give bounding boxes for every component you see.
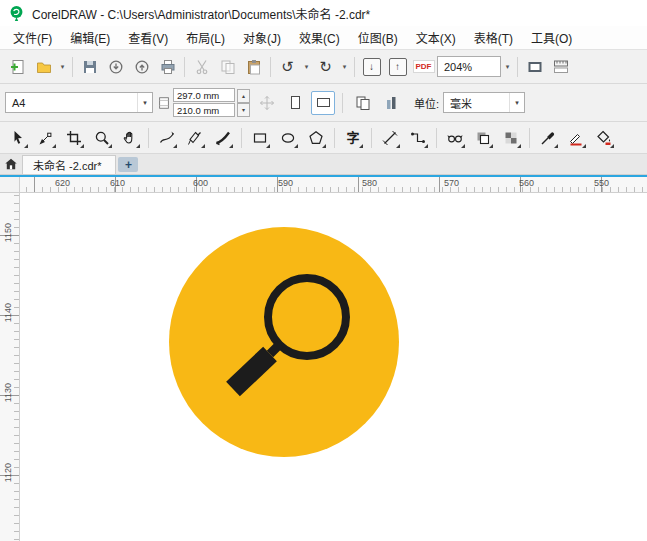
page-height-value: 210.0 mm xyxy=(177,105,219,116)
current-page-button[interactable] xyxy=(379,90,404,115)
menu-layout[interactable]: 布局(L) xyxy=(177,26,234,49)
pen-nib-icon xyxy=(187,130,203,146)
publish-pdf-button[interactable]: PDF xyxy=(411,54,436,79)
save-button[interactable] xyxy=(77,54,102,79)
zoom-level-value: 204% xyxy=(438,61,500,73)
fullscreen-preview-button[interactable] xyxy=(522,54,547,79)
landscape-button[interactable] xyxy=(311,91,335,115)
open-button[interactable] xyxy=(31,54,56,79)
menu-object[interactable]: 对象(J) xyxy=(234,26,290,49)
pan-tool[interactable] xyxy=(117,125,143,151)
export-button[interactable]: ↑ xyxy=(385,54,410,79)
show-rulers-button[interactable] xyxy=(548,54,573,79)
bezier-pen-tool[interactable] xyxy=(182,125,208,151)
units-combo[interactable]: 毫米 ▾ xyxy=(443,92,525,113)
units-combo-arrow[interactable]: ▾ xyxy=(509,93,524,112)
zoom-combo-arrow[interactable]: ▾ xyxy=(502,54,513,79)
stepper-down-button[interactable]: ▾ xyxy=(237,103,250,117)
drawing-canvas[interactable] xyxy=(20,193,647,541)
shape-tool[interactable] xyxy=(33,125,59,151)
menu-edit[interactable]: 编辑(E) xyxy=(61,26,119,49)
artistic-media-tool[interactable] xyxy=(210,125,236,151)
zoom-level-combo[interactable]: 204% xyxy=(437,56,501,77)
paste-button[interactable] xyxy=(241,54,266,79)
standard-toolbar: ▾ xyxy=(0,50,647,84)
all-pages-button[interactable] xyxy=(350,90,375,115)
portrait-button[interactable] xyxy=(283,91,307,115)
separator xyxy=(241,128,242,148)
zoom-tool[interactable] xyxy=(89,125,115,151)
cut-button[interactable] xyxy=(189,54,214,79)
welcome-home-button[interactable] xyxy=(0,154,22,174)
menu-tools[interactable]: 工具(O) xyxy=(522,26,581,49)
document-tab-label: 未命名 -2.cdr* xyxy=(33,157,101,173)
interactive-fill-tool[interactable] xyxy=(591,125,617,151)
title-bar[interactable]: CorelDRAW - C:\Users\Administrator\Docum… xyxy=(0,0,647,26)
show-rulers-icon xyxy=(553,59,569,75)
all-pages-icon xyxy=(355,95,371,111)
shadow-tool[interactable] xyxy=(470,125,496,151)
save-to-cloud-button[interactable] xyxy=(129,54,154,79)
units-value: 毫米 xyxy=(444,95,509,111)
open-from-cloud-icon xyxy=(108,59,124,75)
page-dimensions: 297.0 mm 210.0 mm ▴ ▾ xyxy=(157,88,250,117)
pick-tool[interactable] xyxy=(5,125,31,151)
cut-icon xyxy=(194,59,210,75)
landscape-icon xyxy=(317,98,330,107)
eyedropper-tool[interactable] xyxy=(535,125,561,151)
hruler-label: 570 xyxy=(444,178,459,188)
menu-effects[interactable]: 效果(C) xyxy=(290,26,349,49)
ellipse-tool[interactable] xyxy=(275,125,301,151)
freehand-tool[interactable] xyxy=(154,125,180,151)
toolbox: 字 xyxy=(0,122,647,154)
magnifier-search-graphic[interactable] xyxy=(169,227,399,457)
ellipse-icon xyxy=(280,130,296,146)
nudge-offset-button[interactable] xyxy=(254,90,279,115)
active-document-tab[interactable]: 未命名 -2.cdr* xyxy=(22,155,116,174)
undo-dropdown-arrow[interactable]: ▾ xyxy=(301,54,312,79)
menu-view[interactable]: 查看(V) xyxy=(119,26,177,49)
ruler-origin-corner[interactable] xyxy=(0,177,20,193)
page-size-combo-arrow[interactable]: ▾ xyxy=(137,93,152,112)
separator xyxy=(270,57,271,77)
export-icon: ↑ xyxy=(389,58,407,76)
open-from-cloud-button[interactable] xyxy=(103,54,128,79)
crop-tool[interactable] xyxy=(61,125,87,151)
undo-button[interactable]: ↺ xyxy=(275,54,300,79)
page-width-field[interactable]: 297.0 mm xyxy=(173,88,235,102)
mesh-pattern-tool[interactable] xyxy=(498,125,524,151)
vertical-ruler[interactable]: 1150 1140 1130 1120 xyxy=(0,193,20,541)
connector-tool[interactable] xyxy=(405,125,431,151)
redo-button[interactable]: ↻ xyxy=(313,54,338,79)
zoom-tool-icon xyxy=(94,130,110,146)
rectangle-tool[interactable] xyxy=(247,125,273,151)
redo-dropdown-arrow[interactable]: ▾ xyxy=(339,54,350,79)
new-document-button[interactable] xyxy=(5,54,30,79)
print-button[interactable] xyxy=(155,54,180,79)
outline-pen-tool[interactable] xyxy=(563,125,589,151)
transparency-tool[interactable] xyxy=(442,125,468,151)
text-tool[interactable]: 字 xyxy=(340,125,366,151)
horizontal-ruler[interactable]: 620 610 600 590 580 570 560 550 xyxy=(20,177,647,193)
document-area: 1150 1140 1130 1120 xyxy=(0,193,647,541)
text-tool-icon: 字 xyxy=(346,131,359,144)
page-height-field[interactable]: 210.0 mm xyxy=(173,103,235,117)
menu-table[interactable]: 表格(T) xyxy=(465,26,522,49)
dimension-tool[interactable] xyxy=(377,125,403,151)
glasses-icon xyxy=(447,130,463,146)
open-folder-icon xyxy=(36,59,52,75)
open-dropdown-arrow[interactable]: ▾ xyxy=(57,54,68,79)
yellow-circle-shape[interactable] xyxy=(169,227,399,457)
copy-button[interactable] xyxy=(215,54,240,79)
menu-text[interactable]: 文本(X) xyxy=(407,26,465,49)
stepper-up-button[interactable]: ▴ xyxy=(237,89,250,103)
polygon-tool[interactable] xyxy=(303,125,329,151)
separator xyxy=(148,128,149,148)
current-page-icon xyxy=(384,95,400,111)
rectangle-icon xyxy=(252,130,268,146)
menu-bitmaps[interactable]: 位图(B) xyxy=(349,26,407,49)
new-document-tab-button[interactable]: + xyxy=(118,157,138,172)
import-button[interactable]: ↓ xyxy=(359,54,384,79)
page-size-combo[interactable]: A4 ▾ xyxy=(5,92,153,113)
menu-file[interactable]: 文件(F) xyxy=(4,26,61,49)
